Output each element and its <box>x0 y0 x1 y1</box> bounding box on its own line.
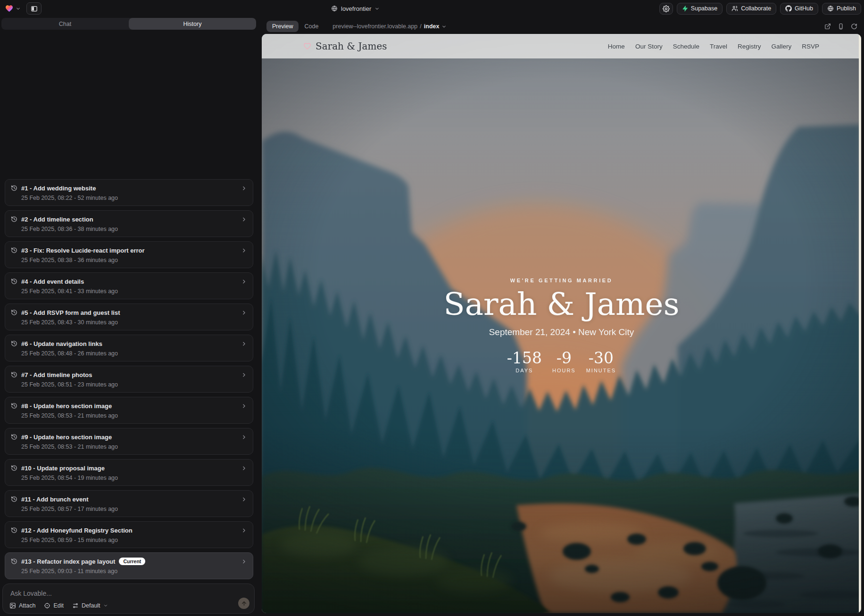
refresh-button[interactable] <box>851 23 857 30</box>
project-selector[interactable]: lovefrontier <box>331 0 380 17</box>
heart-outline-icon <box>303 42 311 50</box>
history-icon <box>11 340 17 347</box>
site-nav-our-story[interactable]: Our Story <box>635 43 663 50</box>
left-sidebar: Chat History #1 - Add wedding website 25… <box>0 0 257 616</box>
countdown-value: -30 <box>586 350 616 366</box>
history-item-timestamp: 25 Feb 2025, 08:59 - 15 minutes ago <box>21 537 247 543</box>
hero-title: Sarah & James <box>262 289 861 320</box>
composer[interactable]: Attach Edit Default <box>2 583 255 614</box>
history-item-title: #3 - Fix: Resolve Lucide-react import er… <box>21 247 145 254</box>
globe-icon <box>331 5 338 12</box>
history-item-title: #4 - Add event details <box>21 278 84 285</box>
tab-chat[interactable]: Chat <box>1 18 129 30</box>
history-item[interactable]: #3 - Fix: Resolve Lucide-react import er… <box>5 241 253 268</box>
site-logo[interactable]: Sarah & James <box>303 41 387 52</box>
history-item-timestamp: 25 Feb 2025, 08:22 - 52 minutes ago <box>21 195 247 201</box>
site-nav-travel[interactable]: Travel <box>710 43 727 50</box>
history-icon <box>11 309 17 316</box>
history-list: #1 - Add wedding website 25 Feb 2025, 08… <box>5 179 253 583</box>
history-item[interactable]: #8 - Update hero section image 25 Feb 20… <box>5 397 253 424</box>
history-item-timestamp: 25 Feb 2025, 08:53 - 21 minutes ago <box>21 412 247 419</box>
countdown-label: HOURS <box>552 367 576 374</box>
tab-code[interactable]: Code <box>299 21 324 32</box>
current-badge: Current <box>119 558 145 565</box>
preview-pane: Preview Code preview--lovefrontier.lovab… <box>262 19 861 614</box>
tab-history[interactable]: History <box>129 18 256 30</box>
history-item-title: #5 - Add RSVP form and guest list <box>21 309 120 316</box>
history-item[interactable]: #9 - Update hero section image 25 Feb 20… <box>5 428 253 455</box>
chevron-right-icon[interactable] <box>241 496 247 502</box>
countdown-unit: -30 MINUTES <box>586 350 616 374</box>
history-item-timestamp: 25 Feb 2025, 08:53 - 21 minutes ago <box>21 444 247 450</box>
github-label: GitHub <box>795 5 813 12</box>
site-logo-text: Sarah & James <box>316 41 387 52</box>
chevron-right-icon[interactable] <box>241 310 247 316</box>
github-icon <box>785 5 792 12</box>
chevron-down-icon <box>374 6 380 11</box>
history-item-timestamp: 25 Feb 2025, 08:57 - 17 minutes ago <box>21 506 247 512</box>
chevron-down-icon <box>441 24 447 29</box>
history-item[interactable]: #13 - Refactor index page layout Current… <box>5 552 253 579</box>
history-item[interactable]: #1 - Add wedding website 25 Feb 2025, 08… <box>5 179 253 206</box>
publish-globe-icon <box>827 5 834 12</box>
tab-preview[interactable]: Preview <box>266 21 299 32</box>
chevron-right-icon[interactable] <box>241 434 247 440</box>
mode-selector-button[interactable]: Default <box>72 602 108 609</box>
history-item[interactable]: #5 - Add RSVP form and guest list 25 Feb… <box>5 304 253 330</box>
supabase-button[interactable]: Supabase <box>677 3 723 15</box>
sliders-icon <box>72 602 79 609</box>
preview-url-selector[interactable]: preview--lovefrontier.lovable.app / inde… <box>332 23 447 30</box>
edit-select-button[interactable]: Edit <box>44 602 64 609</box>
chevron-right-icon[interactable] <box>241 216 247 222</box>
history-item-title: #10 - Update proposal image <box>21 465 105 472</box>
history-item-timestamp: 25 Feb 2025, 09:03 - 11 minutes ago <box>21 568 247 575</box>
supabase-icon <box>682 5 688 12</box>
site-nav-rsvp[interactable]: RSVP <box>802 43 819 50</box>
history-item[interactable]: #2 - Add timeline section 25 Feb 2025, 0… <box>5 210 253 237</box>
history-item-title: #1 - Add wedding website <box>21 185 96 192</box>
history-item[interactable]: #11 - Add brunch event 25 Feb 2025, 08:5… <box>5 490 253 517</box>
history-item-timestamp: 25 Feb 2025, 08:51 - 23 minutes ago <box>21 381 247 388</box>
chevron-right-icon[interactable] <box>241 341 247 347</box>
external-link-icon <box>824 23 831 30</box>
countdown-label: DAYS <box>507 367 542 374</box>
users-icon <box>731 5 738 12</box>
mobile-view-button[interactable] <box>838 23 844 30</box>
chevron-right-icon[interactable] <box>241 372 247 378</box>
chevron-right-icon[interactable] <box>241 527 247 534</box>
site-nav-home[interactable]: Home <box>608 43 625 50</box>
history-item[interactable]: #12 - Add Honeyfund Registry Section 25 … <box>5 521 253 548</box>
history-item-title: #9 - Update hero section image <box>21 434 112 441</box>
send-button[interactable] <box>238 598 249 609</box>
collaborate-button[interactable]: Collaborate <box>726 3 776 15</box>
history-item-title: #7 - Add timeline photos <box>21 371 92 378</box>
chevron-right-icon[interactable] <box>241 185 247 191</box>
gear-icon <box>663 5 670 12</box>
chevron-right-icon[interactable] <box>241 403 247 409</box>
history-item[interactable]: #10 - Update proposal image 25 Feb 2025,… <box>5 459 253 486</box>
smartphone-icon <box>838 23 844 30</box>
history-item[interactable]: #7 - Add timeline photos 25 Feb 2025, 08… <box>5 366 253 393</box>
chevron-right-icon[interactable] <box>241 559 247 565</box>
history-icon <box>11 278 17 285</box>
chevron-right-icon[interactable] <box>241 279 247 285</box>
preview-scrollbar[interactable] <box>859 34 861 613</box>
github-button[interactable]: GitHub <box>780 3 818 15</box>
history-item[interactable]: #4 - Add event details 25 Feb 2025, 08:4… <box>5 272 253 299</box>
site-nav-registry[interactable]: Registry <box>738 43 761 50</box>
site-nav-gallery[interactable]: Gallery <box>771 43 791 50</box>
settings-button[interactable] <box>659 3 673 15</box>
history-item-title: #12 - Add Honeyfund Registry Section <box>21 527 133 534</box>
history-item[interactable]: #6 - Update navigation links 25 Feb 2025… <box>5 335 253 361</box>
open-in-new-tab-button[interactable] <box>824 23 831 30</box>
history-item-timestamp: 25 Feb 2025, 08:43 - 30 minutes ago <box>21 319 247 326</box>
publish-button[interactable]: Publish <box>822 3 861 15</box>
history-icon <box>11 527 17 534</box>
chevron-right-icon[interactable] <box>241 247 247 254</box>
ask-lovable-input[interactable] <box>10 588 213 599</box>
attach-button[interactable]: Attach <box>9 602 35 609</box>
mode-label: Default <box>82 602 100 609</box>
chevron-right-icon[interactable] <box>241 465 247 471</box>
hero-landscape-image <box>262 34 861 613</box>
site-nav-schedule[interactable]: Schedule <box>673 43 699 50</box>
